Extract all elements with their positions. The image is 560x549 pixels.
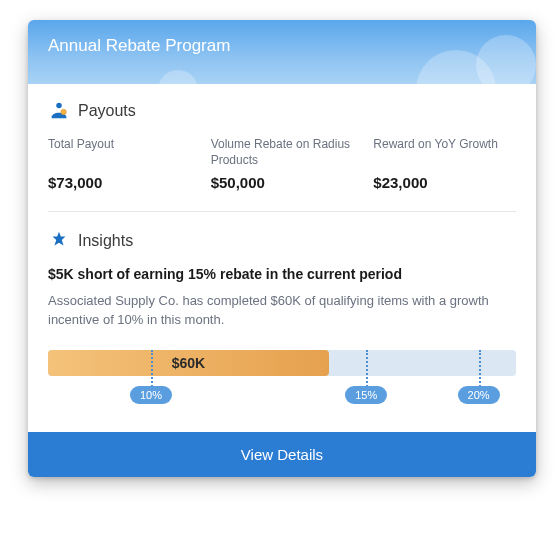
stat-value: $50,000 — [211, 174, 354, 191]
svg-point-0 — [56, 103, 62, 109]
insights-section-header: Insights — [48, 230, 516, 252]
view-details-button[interactable]: View Details — [28, 432, 536, 477]
stat-label: Volume Rebate on Radius Products — [211, 136, 354, 168]
payout-stats-row: Total Payout $73,000 Volume Rebate on Ra… — [48, 136, 516, 191]
tick-label: 20% — [458, 386, 500, 404]
view-details-label: View Details — [241, 446, 323, 463]
tick-label: 15% — [345, 386, 387, 404]
progress-current-label: $60K — [172, 355, 205, 371]
stat-value: $23,000 — [373, 174, 516, 191]
cloud-decoration — [158, 70, 198, 110]
stat-total-payout: Total Payout $73,000 — [48, 136, 191, 191]
card-body: Payouts Total Payout $73,000 Volume Reba… — [28, 84, 536, 432]
stat-reward-yoy: Reward on YoY Growth $23,000 — [373, 136, 516, 191]
insight-body: Associated Supply Co. has completed $60K… — [48, 292, 516, 330]
rebate-program-card: Annual Rebate Program Payouts Total Payo… — [28, 20, 536, 477]
progress-track: $60K 10% 15% 20% — [48, 350, 516, 376]
section-divider — [48, 211, 516, 212]
insights-title: Insights — [78, 232, 133, 250]
payout-icon — [48, 100, 70, 122]
payouts-title: Payouts — [78, 102, 136, 120]
tick-label: 10% — [130, 386, 172, 404]
insight-heading: $5K short of earning 15% rebate in the c… — [48, 266, 516, 282]
card-header: Annual Rebate Program — [28, 20, 536, 84]
stat-label: Total Payout — [48, 136, 191, 168]
insights-icon — [48, 230, 70, 252]
progress-fill: $60K — [48, 350, 329, 376]
card-title: Annual Rebate Program — [48, 36, 516, 56]
stat-volume-rebate: Volume Rebate on Radius Products $50,000 — [211, 136, 354, 191]
stat-label: Reward on YoY Growth — [373, 136, 516, 168]
progress-wrap: $60K 10% 15% 20% — [48, 350, 516, 412]
stat-value: $73,000 — [48, 174, 191, 191]
svg-point-1 — [61, 109, 67, 115]
